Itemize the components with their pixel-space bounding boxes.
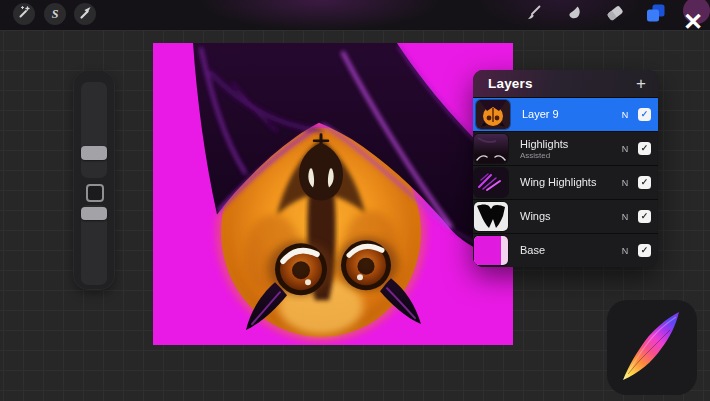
smudge-finger-icon: [564, 3, 584, 27]
layer-row-controls: N ✓: [619, 176, 651, 189]
blend-mode-button[interactable]: N: [619, 144, 631, 154]
layer-thumbnail: [476, 100, 510, 129]
layer-row-controls: N ✓: [619, 210, 651, 223]
layer-row-text: Layer 9: [522, 108, 559, 121]
visibility-checkbox[interactable]: ✓: [638, 108, 651, 121]
layers-panel-button[interactable]: [644, 4, 666, 26]
bat-artwork: [153, 43, 513, 345]
top-toolbar: S: [0, 0, 710, 30]
blend-mode-button[interactable]: N: [619, 178, 631, 188]
visibility-checkbox[interactable]: ✓: [638, 210, 651, 223]
adjustments-button[interactable]: [13, 3, 35, 25]
selections-button[interactable]: S: [44, 3, 66, 25]
magic-wand-icon: [16, 4, 32, 24]
layer-row-wing-highlights[interactable]: Wing Highlights N ✓: [473, 165, 658, 199]
drawing-canvas[interactable]: [153, 43, 513, 345]
layer-thumbnail: [474, 236, 508, 265]
brush-tool-button[interactable]: [522, 4, 544, 26]
layer-row-text: Highlights Assisted: [520, 138, 568, 160]
layers-icon: [645, 3, 666, 28]
blend-mode-button[interactable]: N: [619, 246, 631, 256]
layer-row-text: Base: [520, 244, 545, 257]
layer-row-controls: N ✓: [619, 244, 651, 257]
smudge-tool-button[interactable]: [563, 4, 585, 26]
layer-name: Layer 9: [522, 108, 559, 120]
procreate-logo: [607, 300, 697, 395]
transform-arrow-icon: [77, 4, 93, 24]
selection-s-icon: S: [52, 7, 59, 22]
layer-name: Wings: [520, 210, 551, 222]
layer-row-base[interactable]: Base N ✓: [473, 233, 658, 267]
layer-row-text: Wings: [520, 210, 551, 223]
layer-row-text: Wing Highlights: [520, 176, 596, 189]
transform-button[interactable]: [74, 3, 96, 25]
brush-icon: [523, 3, 543, 27]
layers-panel-header: Layers +: [473, 70, 658, 97]
procreate-workspace: { "topbar": { "selection_glyph": "S", "c…: [0, 0, 710, 401]
close-icon: ✕: [683, 9, 703, 35]
layer-thumbnail: [474, 134, 508, 163]
layer-subtitle: Assisted: [520, 151, 568, 160]
opacity-handle[interactable]: [81, 207, 107, 220]
layer-thumbnail: [474, 168, 508, 197]
layer-row-controls: N ✓: [619, 108, 651, 121]
blend-mode-button[interactable]: N: [619, 110, 631, 120]
eraser-tool-button[interactable]: [604, 4, 626, 26]
blend-mode-button[interactable]: N: [619, 212, 631, 222]
layers-title: Layers: [488, 76, 533, 91]
visibility-checkbox[interactable]: ✓: [638, 176, 651, 189]
layer-row-wings[interactable]: Wings N ✓: [473, 199, 658, 233]
brush-size-slider[interactable]: [81, 82, 107, 178]
layer-name: Base: [520, 244, 545, 256]
layer-row-controls: N ✓: [619, 142, 651, 155]
layer-name: Wing Highlights: [520, 176, 596, 188]
close-button[interactable]: ✕: [680, 9, 706, 35]
layer-row-highlights[interactable]: Highlights Assisted N ✓: [473, 131, 658, 165]
eraser-icon: [605, 3, 625, 27]
visibility-checkbox[interactable]: ✓: [638, 142, 651, 155]
visibility-checkbox[interactable]: ✓: [638, 244, 651, 257]
add-layer-button[interactable]: +: [636, 75, 646, 92]
layer-name: Highlights: [520, 138, 568, 150]
brush-sidebar: [73, 70, 115, 290]
brush-size-handle[interactable]: [81, 146, 107, 160]
layers-panel: Layers + Layer 9 N ✓: [473, 70, 658, 267]
layer-row-layer9[interactable]: Layer 9 N ✓: [473, 97, 658, 131]
toolbar-glow: [200, 0, 440, 30]
modify-button[interactable]: [86, 184, 104, 202]
layer-thumbnail: [474, 202, 508, 231]
